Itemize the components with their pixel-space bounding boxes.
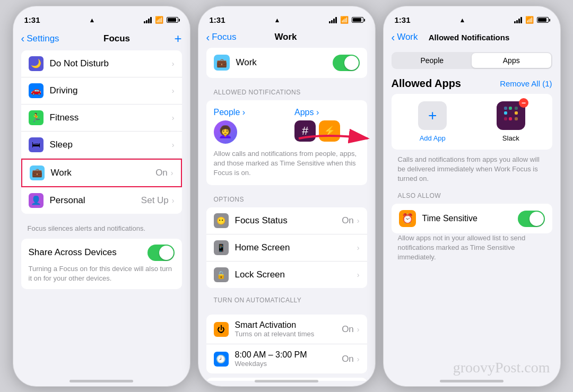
work-toggle-section: 💼 Work (206, 48, 367, 78)
remove-all-btn[interactable]: Remove All (1) (500, 79, 552, 88)
smart-activation-icon: ⏻ (214, 322, 229, 337)
focus-item-dnd[interactable]: 🌙 Do Not Disturb › (21, 50, 182, 77)
back-button-1[interactable]: ‹ Settings (21, 32, 59, 45)
back-button-2[interactable]: ‹ Focus (206, 31, 237, 43)
add-button-1[interactable]: + (174, 31, 181, 46)
wifi-icon-3: 📶 (525, 16, 534, 24)
back-label-1: Settings (27, 33, 59, 44)
focus-status-item[interactable]: 😶 Focus Status On › (206, 207, 367, 234)
focus-item-driving[interactable]: 🚗 Driving › (21, 77, 182, 104)
status-time-1: 1:31 (24, 15, 40, 24)
back-label-3: Work (397, 32, 418, 42)
focus-item-personal[interactable]: 👤 Personal Set Up › (21, 187, 182, 214)
also-allow-header: ALSO ALLOW (383, 190, 561, 204)
slack-app-icon[interactable]: − (497, 101, 525, 130)
nav-bar-1: ‹ Settings Focus + (13, 29, 190, 50)
orange-app-icon: ⚡ (319, 120, 340, 142)
schedule-icon: 🕗 (214, 352, 229, 367)
nav-bar-3: ‹ Work Allowed Notifications (383, 29, 561, 48)
work-toggle[interactable] (333, 55, 360, 71)
personal-value: Set Up (141, 195, 169, 206)
schedule-label: 8:00 AM – 3:00 PM (235, 350, 342, 360)
fitness-label: Fitness (50, 112, 172, 123)
work-icon: 💼 (30, 165, 45, 180)
focus-item-fitness[interactable]: 🏃 Fitness › (21, 104, 182, 132)
allowed-notif-header: ALLOWED NOTIFICATIONS (198, 89, 376, 100)
svg-rect-6 (515, 117, 518, 120)
home-screen-chevron: › (357, 243, 360, 252)
svg-rect-4 (515, 107, 518, 110)
svg-rect-2 (504, 107, 507, 110)
focus-status-label: Focus Status (235, 215, 342, 226)
time-sensitive-label: Time Sensitive (422, 214, 518, 223)
sleep-label: Sleep (50, 140, 172, 150)
personal-chevron: › (172, 196, 175, 205)
add-app-btn[interactable]: + (418, 101, 447, 130)
dnd-chevron: › (172, 59, 175, 68)
home-indicator-1 (70, 380, 133, 382)
allowed-notif-section: People › 👩‍🦱 Apps › # ⚡ (206, 100, 367, 186)
options-header: OPTIONS (198, 196, 376, 207)
slack-remove-btn[interactable]: − (519, 98, 528, 108)
smart-activation-item[interactable]: ⏻ Smart Activation Turns on at relevant … (206, 315, 367, 344)
share-toggle[interactable] (147, 245, 175, 261)
work-label: Work (51, 168, 156, 178)
options-section: 😶 Focus Status On › 📱 Home Screen › 🔒 Lo… (206, 207, 367, 288)
dnd-icon: 🌙 (29, 56, 44, 71)
time-sensitive-hint: Allow apps not in your allowed list to s… (383, 233, 561, 269)
phone-2: 1:31 ▲ 📶 ‹ (198, 6, 376, 387)
dnd-label: Do Not Disturb (50, 58, 172, 69)
smart-activation-chevron: › (357, 325, 360, 334)
schedule-chevron: › (357, 355, 360, 363)
driving-label: Driving (50, 85, 172, 96)
svg-rect-1 (504, 111, 507, 115)
status-icons-3: 📶 (514, 16, 549, 24)
nav-bar-2: ‹ Focus Work (198, 29, 376, 48)
slack-icon-inner (502, 105, 519, 126)
location-icon-2: ▲ (274, 16, 281, 24)
allowed-apps-header: Allowed Apps Remove All (1) (383, 77, 561, 94)
focus-status-chevron: › (357, 216, 360, 225)
share-hint: Turning a Focus on for this device will … (29, 264, 175, 283)
calls-hint: Calls and notifications from apps you al… (383, 152, 561, 190)
add-app-label: Add App (420, 134, 446, 142)
schedule-item[interactable]: 🕗 8:00 AM – 3:00 PM Weekdays On › (206, 344, 367, 373)
battery-icon-2 (352, 17, 363, 23)
seg-apps-label: Apps (503, 56, 520, 65)
lock-screen-item[interactable]: 🔒 Lock Screen › (206, 262, 367, 288)
svg-rect-7 (509, 117, 512, 120)
home-screen-item[interactable]: 📱 Home Screen › (206, 234, 367, 262)
status-icons-2: 📶 (329, 16, 363, 24)
share-label: Share Across Devices (29, 247, 117, 258)
focus-item-work[interactable]: 💼 Work On › (21, 159, 182, 187)
back-chevron-3: ‹ (392, 31, 395, 43)
location-icon-1: ▲ (89, 16, 96, 24)
status-bar-1: 1:31 ▲ 📶 (13, 6, 190, 29)
people-label[interactable]: People › (214, 108, 279, 117)
back-label-2: Focus (212, 32, 236, 42)
page-title-3: Allowed Notifications (429, 33, 510, 42)
signal-bars-2 (329, 17, 337, 23)
driving-icon: 🚗 (29, 83, 44, 98)
signal-bars-1 (144, 17, 152, 23)
focus-hint: Focus silences alerts and notifications. (13, 224, 190, 239)
status-time-3: 1:31 (395, 15, 411, 24)
page-title-2: Work (274, 32, 297, 42)
focus-status-icon: 😶 (214, 213, 229, 228)
back-chevron-1: ‹ (21, 32, 25, 45)
svg-rect-3 (509, 107, 512, 110)
battery-icon-1 (167, 17, 178, 23)
time-sensitive-toggle[interactable] (518, 211, 545, 227)
wifi-icon-1: 📶 (155, 16, 163, 24)
back-button-3[interactable]: ‹ Work (392, 31, 418, 43)
allowed-apps-title: Allowed Apps (392, 77, 461, 90)
home-indicator-2 (255, 380, 318, 382)
apps-label[interactable]: Apps › (294, 108, 360, 117)
time-sensitive-icon: ⏰ (399, 210, 416, 227)
schedule-value: On (342, 354, 354, 364)
seg-people-tab[interactable]: People (393, 53, 472, 68)
home-screen-icon: 📱 (214, 240, 229, 255)
seg-apps-tab[interactable]: Apps (472, 53, 551, 68)
focus-item-sleep[interactable]: 🛏 Sleep › (21, 132, 182, 159)
turn-on-auto-header: TURN ON AUTOMATICALLY (198, 297, 376, 308)
